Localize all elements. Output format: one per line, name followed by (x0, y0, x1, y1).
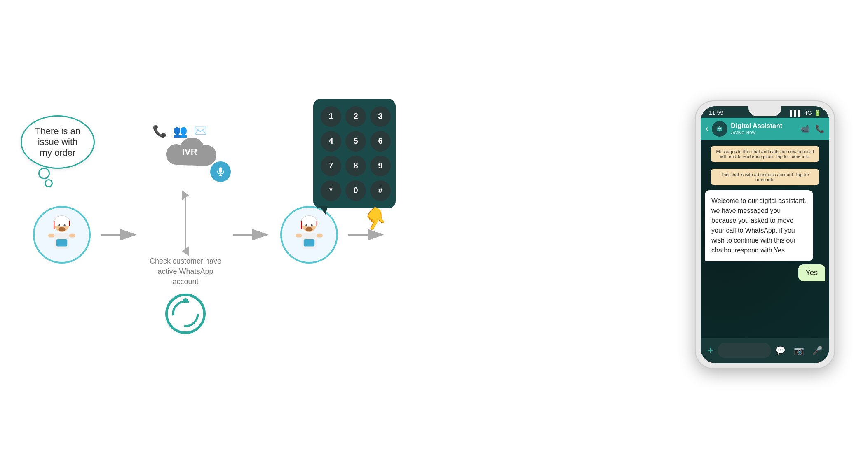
cloud-svg: IVR (152, 133, 218, 186)
business-notice: This chat is with a business account. Ta… (711, 169, 819, 185)
status-icons: ▌▌▌ 4G 🔋 (790, 110, 821, 116)
phone-header: ‹ Digital Assistant Active Now (701, 118, 829, 140)
header-icons: 📹 📞 (800, 124, 824, 133)
key-star: * (321, 180, 341, 201)
svg-point-33 (305, 227, 313, 231)
speech-tail (319, 206, 328, 215)
arrow-1 (99, 226, 140, 243)
key-7: 7 (321, 156, 341, 176)
back-button[interactable]: ‹ (706, 124, 708, 134)
encryption-notice: Messages to this chat and calls are now … (711, 146, 819, 162)
chat-area: Messages to this chat and calls are now … (701, 140, 829, 338)
cloud-wrapper: IVR (152, 133, 218, 186)
contact-name: Digital Assistant (731, 122, 797, 130)
svg-point-6 (63, 224, 65, 226)
svg-rect-41 (718, 128, 720, 129)
battery-icon: 🔋 (814, 110, 821, 116)
flow-diagram: There is an issue with my order (33, 133, 670, 337)
svg-rect-35 (304, 239, 314, 247)
svg-rect-37 (317, 233, 323, 237)
key-8: 8 (345, 156, 366, 176)
step3-person: 1 2 3 4 5 6 7 8 9 * 0 # 👇 (280, 206, 338, 264)
key-9: 9 (370, 156, 391, 176)
person-circle-1 (33, 206, 91, 264)
svg-point-7 (58, 227, 66, 231)
mic-bottom-icon[interactable]: 🎤 (812, 345, 823, 355)
svg-rect-43 (719, 130, 720, 131)
key-4: 4 (321, 131, 341, 152)
svg-rect-36 (296, 233, 302, 237)
welcome-message-bubble: Welcome to our digital assistant, we hav… (705, 190, 813, 261)
svg-point-5 (58, 224, 60, 226)
key-hash: # (370, 180, 391, 201)
revolut-icon (163, 291, 208, 336)
voice-call-icon[interactable]: 📞 (815, 124, 824, 133)
ivr-plus-mic: IVR (152, 133, 218, 186)
svg-point-32 (311, 224, 312, 226)
yes-reply-bubble: Yes (798, 264, 825, 281)
person-icon-1 (39, 212, 84, 257)
key-0: 0 (345, 180, 366, 201)
vertical-flow: Check customer have active WhatsApp acco… (148, 190, 223, 337)
arrow-2 (231, 226, 272, 243)
thought-bubble-wrapper: There is an issue with my order (21, 115, 95, 169)
mic-icon (210, 161, 231, 182)
main-container: There is an issue with my order (0, 0, 868, 469)
person-icon-2 (286, 212, 332, 257)
svg-point-31 (305, 224, 307, 226)
sticker-icon[interactable]: 💬 (775, 345, 786, 355)
robot-icon (715, 124, 725, 134)
svg-rect-15 (219, 167, 222, 173)
step1-person: There is an issue with my order (33, 206, 91, 264)
phone-mockup: 11:59 ▌▌▌ 4G 🔋 ‹ (695, 100, 835, 369)
contact-info: Digital Assistant Active Now (731, 122, 797, 135)
thought-bubble: There is an issue with my order (21, 115, 95, 169)
signal-bars: ▌▌▌ (790, 110, 802, 116)
phone-time: 11:59 (709, 110, 723, 116)
ivr-container: 📞 👥 ✉️ IVR (148, 133, 223, 337)
svg-point-22 (173, 301, 198, 326)
camera-icon[interactable]: 📷 (794, 345, 804, 355)
yes-text: Yes (806, 268, 818, 277)
key-2: 2 (345, 106, 366, 127)
thought-text: There is an issue with my order (32, 126, 83, 158)
svg-rect-10 (48, 233, 54, 237)
signal-type: 4G (804, 110, 812, 116)
video-call-icon[interactable]: 📹 (800, 124, 809, 133)
arrow-svg-2 (231, 226, 272, 243)
key-1: 1 (321, 106, 341, 127)
person-circle-2 (280, 206, 338, 264)
arrow-svg-1 (99, 226, 140, 243)
key-5: 5 (345, 131, 366, 152)
svg-rect-11 (69, 233, 75, 237)
phone-bottom-bar: + 💬 📷 🎤 (701, 338, 829, 363)
svg-rect-42 (720, 128, 721, 129)
key-6: 6 (370, 131, 391, 152)
welcome-message-text: Welcome to our digital assistant, we hav… (711, 197, 806, 254)
numpad-container: 1 2 3 4 5 6 7 8 9 * 0 # 👇 (313, 99, 396, 208)
add-attachment-button[interactable]: + (707, 344, 713, 357)
svg-rect-28 (301, 221, 317, 226)
svg-text:IVR: IVR (182, 147, 197, 157)
numpad: 1 2 3 4 5 6 7 8 9 * 0 # (313, 99, 396, 208)
svg-rect-9 (56, 239, 67, 247)
bottom-icons: 💬 📷 🎤 (775, 345, 823, 355)
contact-avatar (712, 121, 727, 137)
svg-point-23 (183, 298, 188, 303)
key-3: 3 (370, 106, 391, 127)
message-input[interactable] (718, 343, 771, 358)
contact-status: Active Now (731, 130, 797, 135)
phone-inner: 11:59 ▌▌▌ 4G 🔋 ‹ (701, 106, 829, 363)
svg-rect-40 (717, 127, 722, 131)
vertical-arrow-svg (179, 190, 192, 256)
svg-rect-2 (54, 221, 69, 226)
phone-notch (748, 106, 781, 116)
svg-point-45 (719, 126, 720, 127)
check-text: Check customer have active WhatsApp acco… (148, 256, 223, 287)
revolut-svg (165, 293, 206, 334)
